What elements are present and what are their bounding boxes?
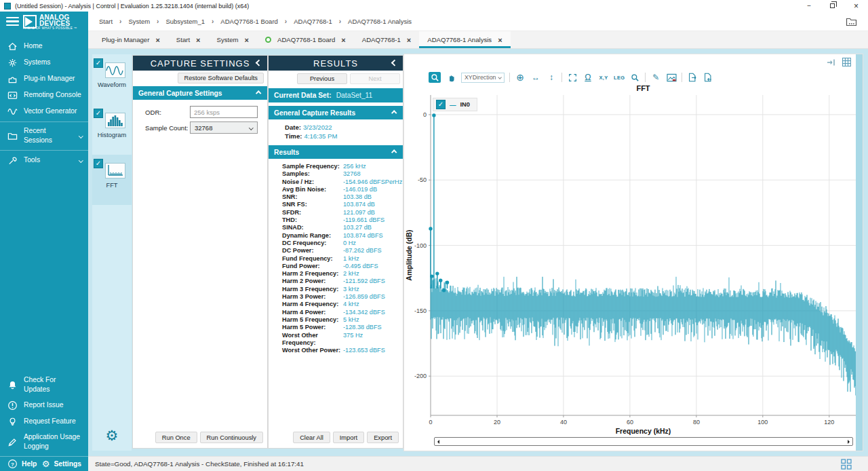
tab-close-icon[interactable]: × xyxy=(407,36,411,44)
minimize-button[interactable]: − xyxy=(807,2,811,10)
result-value: -146.019 dB xyxy=(343,186,377,193)
tool-checkbox[interactable]: ✓ xyxy=(94,58,103,68)
import-button[interactable]: Import xyxy=(333,432,364,443)
time-label: Time: xyxy=(285,132,302,140)
next-dataset-button[interactable]: Next xyxy=(350,73,400,84)
breadcrumb-separator: › xyxy=(339,18,341,25)
tab-close-icon[interactable]: × xyxy=(341,36,345,44)
gear-icon: ⚙ xyxy=(106,428,119,444)
time-value: 4:16:35 PM xyxy=(304,132,337,140)
close-button[interactable]: × xyxy=(854,1,859,11)
result-row-samples: Samples:32768 xyxy=(282,170,403,178)
collapse-chart-panel-icon[interactable] xyxy=(826,58,837,70)
current-data-set-bar: Current Data Set: DataSet_11 xyxy=(269,88,403,102)
tool-tab-label: Waveform xyxy=(92,81,132,88)
tab-adaq7768-1[interactable]: ADAQ7768-1× xyxy=(354,31,420,48)
tab-close-icon[interactable]: × xyxy=(245,36,249,44)
scroll-left-button[interactable] xyxy=(436,440,439,444)
scroll-right-button[interactable] xyxy=(848,440,851,444)
breadcrumb-item-adaq7768-1-analysis[interactable]: ADAQ7768-1 Analysis xyxy=(348,18,412,25)
workspace: ✓Waveform✓Histogram✓FFT ⚙ CAPTURE SETTIN… xyxy=(88,49,868,456)
chevron-down-icon xyxy=(249,126,253,130)
results-section[interactable]: Results xyxy=(269,145,403,159)
breadcrumb-item-system[interactable]: System xyxy=(128,18,150,25)
tool-tab-fft[interactable]: ✓FFT xyxy=(92,155,132,205)
sidebar-item-tools[interactable]: Tools xyxy=(0,150,88,168)
hamburger-menu-icon[interactable] xyxy=(6,17,19,26)
breadcrumb-item-adaq7768-1-board[interactable]: ADAQ7768-1 Board xyxy=(220,18,278,25)
previous-dataset-button[interactable]: Previous xyxy=(297,73,347,84)
sidebar-item-recent-sessions[interactable]: Recent Sessions xyxy=(0,121,88,148)
sidebar-item-help[interactable]: ? Help xyxy=(7,459,37,470)
systems-icon xyxy=(7,57,18,68)
gear-icon: ⚙ xyxy=(42,459,50,468)
breadcrumb-item-subsystem-1[interactable]: Subsystem_1 xyxy=(165,18,205,25)
sidebar-item-report-issue[interactable]: Report Issue xyxy=(0,397,88,413)
general-capture-settings-section[interactable]: General Capture Settings xyxy=(133,86,267,100)
tool-checkbox[interactable]: ✓ xyxy=(94,109,103,118)
sidebar-item-check-for-updates[interactable]: Check For Updates xyxy=(0,373,88,397)
sidebar-nav: HomeSystemsPlug-in ManagerRemoting Conso… xyxy=(0,31,88,168)
tool-tab-histogram[interactable]: ✓Histogram xyxy=(92,105,132,155)
run-once-button[interactable]: Run Once xyxy=(155,432,197,443)
section-title: General Capture Settings xyxy=(138,90,222,97)
chart-horizontal-scrollbar[interactable] xyxy=(434,437,853,446)
restore-button[interactable] xyxy=(830,2,835,10)
collapse-panel-icon[interactable] xyxy=(391,60,397,67)
sample-count-select[interactable]: 32768 xyxy=(190,121,258,134)
tab-close-icon[interactable]: × xyxy=(196,36,200,44)
tab-adaq7768-1-board[interactable]: ADAQ7768-1 Board× xyxy=(257,31,354,48)
result-value: -87.262 dBFS xyxy=(343,247,382,255)
breadcrumb-item-adaq7768-1[interactable]: ADAQ7768-1 xyxy=(294,18,332,25)
result-row-harm-4-frequency: Harm 4 Frequency:4 kHz xyxy=(282,301,403,308)
sidebar-item-systems[interactable]: Systems xyxy=(0,54,88,71)
general-capture-results-section[interactable]: General Capture Results xyxy=(269,106,403,119)
layout-restore-icon[interactable] xyxy=(841,459,852,470)
sidebar-item-application-usage-logging[interactable]: Application Usage Logging xyxy=(0,430,88,454)
result-row-sinad: SINAD:103.27 dB xyxy=(282,224,403,231)
sidebar-item-request-feature[interactable]: Request Feature xyxy=(0,413,88,430)
result-label: Harm 5 Frequency: xyxy=(282,316,343,324)
session-folder-icon[interactable] xyxy=(846,16,857,26)
result-label: Avg Bin Noise: xyxy=(282,186,343,193)
grid-view-icon[interactable] xyxy=(842,57,852,70)
restore-software-defaults-button[interactable]: Restore Software Defaults xyxy=(178,73,264,83)
analog-devices-logo: ANALOG DEVICES AHEAD OF WHAT'S POSSIBLE … xyxy=(23,12,70,31)
collapse-panel-icon[interactable] xyxy=(255,60,262,67)
sidebar-item-remoting-console[interactable]: Remoting Console xyxy=(0,87,88,103)
results-title: RESULTS xyxy=(313,58,358,69)
result-value: 103.27 dB xyxy=(343,224,372,231)
analysis-settings-gear-button[interactable]: ⚙ xyxy=(92,428,132,444)
sidebar-item-plug-in-manager[interactable]: Plug-in Manager xyxy=(0,71,88,87)
vector-icon xyxy=(7,106,18,117)
clear-all-button[interactable]: Clear All xyxy=(293,432,330,443)
tool-tab-label: FFT xyxy=(92,182,132,189)
tab-system[interactable]: System× xyxy=(209,31,257,48)
odr-input[interactable] xyxy=(190,106,258,118)
tab-plug-in-manager[interactable]: Plug-in Manager× xyxy=(94,31,168,48)
fft-plot[interactable]: 0-50-100-150-200020406080100120Frequency… xyxy=(404,80,863,437)
tab-adaq7768-1-analysis[interactable]: ADAQ7768-1 Analysis× xyxy=(419,31,510,48)
restore-icon xyxy=(830,3,835,8)
tab-close-icon[interactable]: × xyxy=(155,36,159,44)
tool-tab-waveform[interactable]: ✓Waveform xyxy=(92,54,132,105)
tool-checkbox[interactable]: ✓ xyxy=(94,159,103,168)
breadcrumb-item-start[interactable]: Start xyxy=(99,18,113,25)
right-arrow-icon xyxy=(848,440,852,444)
fft-chart-panel: XYDirection ⊕ ↔ ↕ Ω X,Y LEG ✎ xyxy=(404,54,863,451)
result-label: Harm 3 Power: xyxy=(282,293,343,301)
export-button[interactable]: Export xyxy=(367,432,399,443)
run-continuously-button[interactable]: Run Continuously xyxy=(200,432,263,443)
capture-settings-form: ODR: Sample Count: 32768 xyxy=(133,100,267,140)
result-value: 103.874 dB xyxy=(343,201,375,208)
result-label: Noise / Hz: xyxy=(282,178,343,186)
result-row-worst-other-frequency: Worst Other Frequency:375 Hz xyxy=(282,332,403,347)
sidebar-item-settings[interactable]: ⚙ Settings xyxy=(42,459,81,468)
sidebar-item-home[interactable]: Home xyxy=(0,38,88,54)
tab-start[interactable]: Start× xyxy=(168,31,209,48)
tab-label: Plug-in Manager xyxy=(102,36,149,43)
sidebar-item-vector-generator[interactable]: Vector Generator xyxy=(0,103,88,119)
result-label: Samples: xyxy=(282,170,343,178)
sidebar-item-label: Check For Updates xyxy=(24,375,83,394)
tab-close-icon[interactable]: × xyxy=(498,36,502,44)
